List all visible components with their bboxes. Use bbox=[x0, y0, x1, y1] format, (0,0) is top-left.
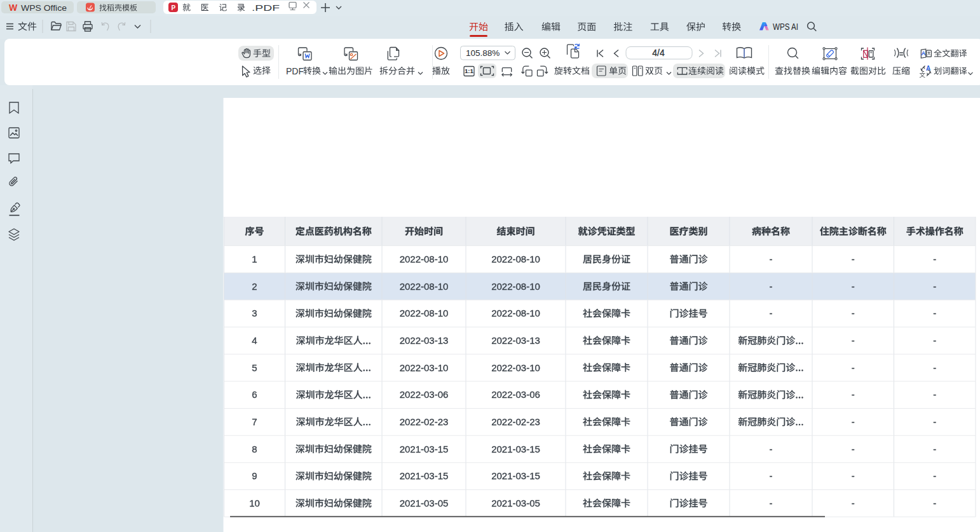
svg-text:-: - bbox=[770, 498, 773, 508]
svg-text:-: - bbox=[933, 389, 936, 400]
svg-text:W: W bbox=[9, 3, 18, 13]
svg-text:-: - bbox=[933, 470, 936, 481]
svg-text:-: - bbox=[852, 362, 855, 373]
svg-text:2022-08-10: 2022-08-10 bbox=[400, 254, 449, 264]
svg-text:2021-03-15: 2021-03-15 bbox=[400, 444, 449, 454]
svg-text:2022-03-06: 2022-03-06 bbox=[491, 389, 540, 400]
svg-text:2021-03-05: 2021-03-05 bbox=[491, 498, 540, 508]
svg-text:10: 10 bbox=[249, 498, 260, 508]
svg-text:-: - bbox=[852, 281, 855, 292]
svg-text:5: 5 bbox=[252, 362, 257, 373]
svg-text:-: - bbox=[933, 498, 936, 508]
svg-text:2022-08-10: 2022-08-10 bbox=[400, 308, 449, 318]
svg-text:-: - bbox=[852, 308, 855, 318]
svg-text:-: - bbox=[770, 444, 773, 454]
svg-text:2021-03-15: 2021-03-15 bbox=[400, 470, 449, 481]
svg-text:A: A bbox=[922, 50, 926, 57]
svg-text:8: 8 bbox=[252, 444, 257, 454]
svg-text:-: - bbox=[933, 281, 936, 292]
svg-text:-: - bbox=[933, 444, 936, 454]
svg-text:-: - bbox=[933, 308, 936, 318]
svg-text:2022-03-13: 2022-03-13 bbox=[400, 335, 449, 346]
svg-text:2022-03-06: 2022-03-06 bbox=[400, 389, 449, 400]
svg-text:-: - bbox=[770, 308, 773, 318]
svg-text:2022-08-10: 2022-08-10 bbox=[491, 254, 540, 264]
svg-text:4: 4 bbox=[252, 335, 257, 346]
svg-text:2021-03-15: 2021-03-15 bbox=[491, 470, 540, 481]
svg-text:1: 1 bbox=[252, 254, 257, 264]
svg-text:105.88%: 105.88% bbox=[466, 48, 500, 58]
svg-text:2021-03-05: 2021-03-05 bbox=[400, 498, 449, 508]
svg-text:-: - bbox=[852, 389, 855, 400]
svg-text:-: - bbox=[933, 416, 936, 427]
svg-text:-: - bbox=[852, 498, 855, 508]
svg-text:6: 6 bbox=[252, 389, 257, 400]
svg-text:3: 3 bbox=[252, 308, 257, 318]
svg-text:2022-03-13: 2022-03-13 bbox=[491, 335, 540, 346]
svg-text:2022-03-10: 2022-03-10 bbox=[491, 362, 540, 373]
svg-text:-: - bbox=[770, 281, 773, 292]
svg-text:2: 2 bbox=[252, 281, 257, 292]
svg-text:2022-02-23: 2022-02-23 bbox=[491, 416, 540, 427]
svg-text:2022-03-10: 2022-03-10 bbox=[400, 362, 449, 373]
svg-text:PDF: PDF bbox=[286, 66, 304, 76]
svg-text:-: - bbox=[933, 335, 936, 346]
svg-text:WPS Office: WPS Office bbox=[21, 3, 67, 13]
svg-text:-: - bbox=[852, 444, 855, 454]
svg-text:P: P bbox=[172, 4, 176, 11]
svg-text:.PDF: .PDF bbox=[252, 3, 280, 13]
svg-text:2022-02-23: 2022-02-23 bbox=[400, 416, 449, 427]
svg-text:-: - bbox=[852, 416, 855, 427]
svg-text:-: - bbox=[933, 362, 936, 373]
svg-text:-: - bbox=[852, 470, 855, 481]
svg-text:-: - bbox=[770, 254, 773, 264]
svg-text:2022-08-10: 2022-08-10 bbox=[491, 308, 540, 318]
svg-text:9: 9 bbox=[252, 470, 257, 481]
svg-text:-: - bbox=[852, 254, 855, 264]
svg-text:2022-08-10: 2022-08-10 bbox=[491, 281, 540, 292]
svg-text:4/4: 4/4 bbox=[652, 48, 665, 58]
svg-text:-: - bbox=[933, 254, 936, 264]
svg-text:WPS AI: WPS AI bbox=[773, 22, 798, 32]
svg-text:2021-03-15: 2021-03-15 bbox=[491, 444, 540, 454]
svg-text:-: - bbox=[852, 335, 855, 346]
svg-text:-: - bbox=[770, 470, 773, 481]
svg-text:A: A bbox=[926, 65, 930, 72]
svg-text:7: 7 bbox=[252, 416, 257, 427]
svg-text:2022-08-10: 2022-08-10 bbox=[400, 281, 449, 292]
svg-text:1:1: 1:1 bbox=[465, 67, 474, 74]
